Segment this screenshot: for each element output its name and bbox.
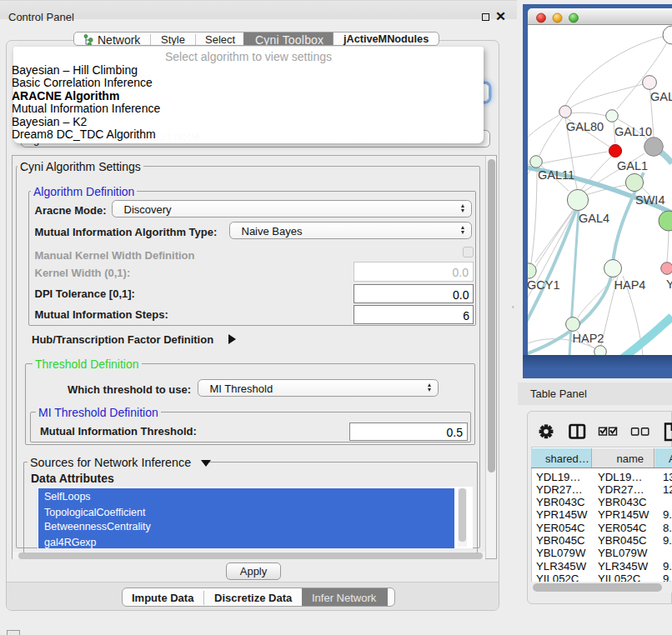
svg-text:GAL10: GAL10 — [614, 125, 652, 138]
svg-text:GAL11: GAL11 — [538, 168, 574, 182]
svg-text:GAL1: GAL1 — [617, 159, 648, 172]
svg-text:HAP4: HAP4 — [614, 278, 646, 292]
svg-text:Y: Y — [666, 278, 672, 291]
svg-text:GAL80: GAL80 — [566, 120, 604, 133]
svg-text:GAL2: GAL2 — [650, 90, 672, 103]
svg-text:SWI4: SWI4 — [635, 193, 664, 207]
svg-text:HAP2: HAP2 — [573, 332, 604, 345]
svg-text:GAL4: GAL4 — [579, 212, 609, 225]
svg-text:GCY1: GCY1 — [528, 278, 560, 292]
